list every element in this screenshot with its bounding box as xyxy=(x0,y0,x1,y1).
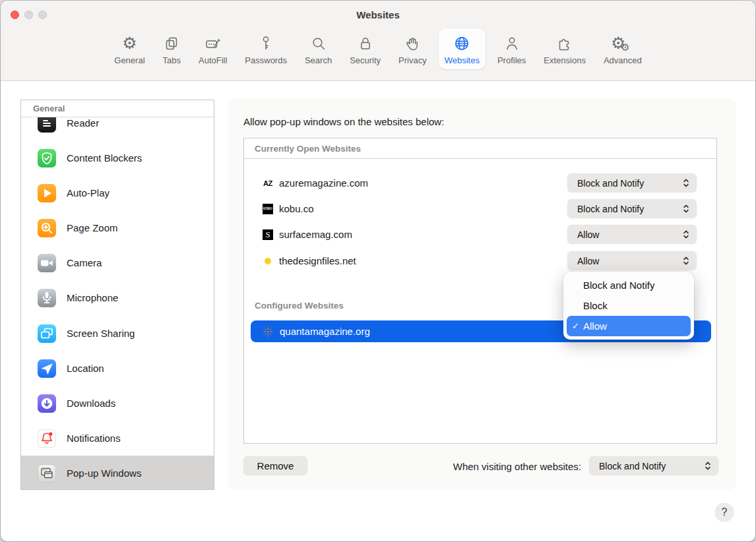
when-visiting-other-websites-label: When visiting other websites: xyxy=(396,461,581,472)
window-chrome: Websites ⚙ General Tabs AutoFill xyxy=(1,1,755,81)
screen-sharing-icon xyxy=(38,324,56,343)
chevron-up-down-icon xyxy=(682,229,690,239)
notifications-bell-icon xyxy=(38,429,56,448)
chevron-up-down-icon xyxy=(682,204,690,214)
page-zoom-icon xyxy=(38,219,56,237)
tab-search[interactable]: Search xyxy=(299,28,338,69)
menu-item-block[interactable]: Block xyxy=(563,295,694,316)
settings-sidebar: General Reader Content Blockers Auto-Pla… xyxy=(20,100,214,490)
sidebar-item-camera[interactable]: Camera xyxy=(21,245,214,280)
gears-icon: ⚙⚙ xyxy=(611,34,635,53)
website-row-thedesignfiles[interactable]: thedesignfiles.net Allow xyxy=(244,248,716,274)
sidebar-section-header: General xyxy=(21,100,214,117)
quantamagazine-favicon xyxy=(262,326,274,338)
permission-popup-thedesignfiles[interactable]: Allow xyxy=(567,251,697,270)
sidebar-item-content-blockers[interactable]: Content Blockers xyxy=(21,140,214,175)
currently-open-websites-header: Currently Open Websites xyxy=(244,138,716,159)
gear-icon: ⚙ xyxy=(122,34,137,53)
thedesignfiles-favicon xyxy=(262,255,274,267)
tab-passwords[interactable]: Passwords xyxy=(239,28,293,69)
website-row-kobu[interactable]: KOBU kobu.co Block and Notify xyxy=(244,196,716,222)
remove-button[interactable]: Remove xyxy=(243,456,307,475)
permission-popup-kobu[interactable]: Block and Notify xyxy=(567,199,697,218)
menu-item-allow[interactable]: ✓ Allow xyxy=(567,316,691,336)
safari-settings-window: Websites ⚙ General Tabs AutoFill xyxy=(1,1,755,541)
downloads-icon xyxy=(38,394,56,413)
autofill-icon xyxy=(205,34,222,53)
tabs-icon xyxy=(164,34,179,53)
lock-icon xyxy=(358,34,373,53)
chevron-up-down-icon xyxy=(704,461,712,471)
sidebar-item-auto-play[interactable]: Auto-Play xyxy=(21,175,214,210)
sidebar-item-location[interactable]: Location xyxy=(21,351,214,386)
popup-windows-icon xyxy=(38,464,56,483)
tab-privacy[interactable]: Privacy xyxy=(393,28,433,69)
tab-security[interactable]: Security xyxy=(344,28,387,69)
permission-popup-azuremagazine[interactable]: Block and Notify xyxy=(567,173,697,193)
settings-tab-bar: ⚙ General Tabs AutoFill Passwords xyxy=(1,28,755,77)
reader-icon xyxy=(38,117,56,133)
tab-advanced[interactable]: ⚙⚙ Advanced xyxy=(598,28,648,69)
help-button[interactable]: ? xyxy=(715,503,734,522)
kobu-favicon: KOBU xyxy=(262,203,274,215)
default-permission-popup[interactable]: Block and Notify xyxy=(589,456,718,475)
sidebar-item-downloads[interactable]: Downloads xyxy=(21,386,214,421)
content-blockers-icon xyxy=(38,149,56,167)
surfacemag-favicon: S xyxy=(262,229,274,241)
tab-autofill[interactable]: AutoFill xyxy=(193,28,233,69)
tab-tabs[interactable]: Tabs xyxy=(157,28,187,69)
permission-dropdown-menu: Block and Notify Block ✓ Allow xyxy=(563,272,694,340)
globe-icon xyxy=(453,34,470,53)
sidebar-item-screen-sharing[interactable]: Screen Sharing xyxy=(21,316,214,351)
sidebar-item-reader[interactable]: Reader xyxy=(21,117,214,140)
website-row-surfacemag[interactable]: S surfacemag.com Allow xyxy=(244,222,716,247)
person-icon xyxy=(504,34,520,53)
website-row-azuremagazine[interactable]: AZ azuremagazine.com Block and Notify xyxy=(244,170,716,196)
sidebar-item-page-zoom[interactable]: Page Zoom xyxy=(21,210,214,245)
checkmark-icon: ✓ xyxy=(572,321,579,331)
auto-play-icon xyxy=(38,184,56,202)
search-icon xyxy=(311,34,327,53)
sidebar-item-popup-windows[interactable]: Pop-up Windows xyxy=(21,456,214,489)
microphone-icon xyxy=(38,289,56,307)
permission-popup-surfacemag[interactable]: Allow xyxy=(567,225,697,244)
window-title: Websites xyxy=(1,9,755,20)
key-icon xyxy=(258,34,274,53)
tab-websites[interactable]: Websites xyxy=(439,28,486,69)
tab-general[interactable]: ⚙ General xyxy=(108,28,150,69)
tab-profiles[interactable]: Profiles xyxy=(491,28,532,69)
location-arrow-icon xyxy=(38,359,56,378)
sidebar-item-notifications[interactable]: Notifications xyxy=(21,421,214,456)
panel-description: Allow pop-up windows on the websites bel… xyxy=(243,116,444,127)
configured-websites-header: Configured Websites xyxy=(255,301,344,311)
menu-item-block-and-notify[interactable]: Block and Notify xyxy=(563,275,694,295)
chevron-up-down-icon xyxy=(682,256,690,266)
azuremagazine-favicon: AZ xyxy=(262,177,274,189)
puzzle-icon xyxy=(556,34,573,53)
chevron-up-down-icon xyxy=(682,178,690,188)
sidebar-item-microphone[interactable]: Microphone xyxy=(21,280,214,315)
hand-icon xyxy=(404,34,420,53)
camera-icon xyxy=(38,254,56,272)
sidebar-list: Reader Content Blockers Auto-Play Page Z… xyxy=(21,117,214,489)
tab-extensions[interactable]: Extensions xyxy=(538,28,592,69)
